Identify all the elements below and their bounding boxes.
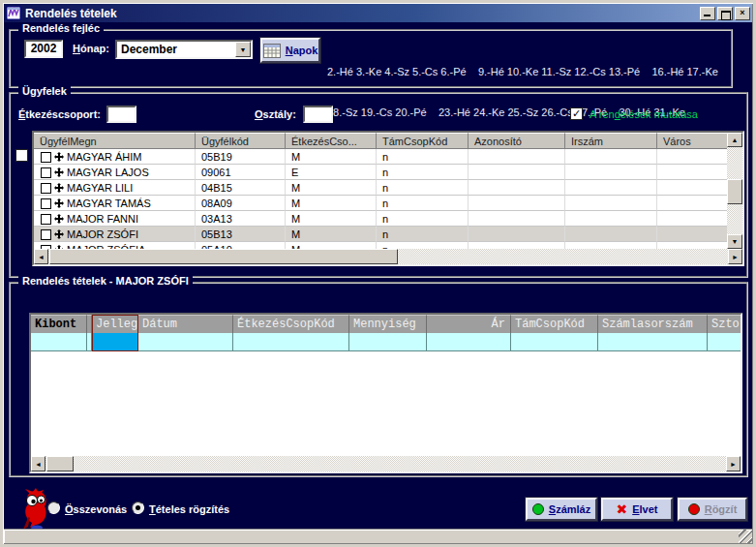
column-header[interactable]: Számlasorszám xyxy=(598,315,708,333)
cell-sup: n xyxy=(377,196,469,211)
clients-table-body: MAGYAR ÁHIM05B19MnMAGYAR LAJOS09061EnMAG… xyxy=(34,149,727,249)
select-all-checkbox[interactable] xyxy=(15,149,28,162)
cell-code: 05B19 xyxy=(196,149,286,165)
column-header[interactable]: Jelleg xyxy=(92,315,138,333)
clients-table-header: ÜgyfélMegn Ügyfélkód ÉtkezésCso... TámCs… xyxy=(34,133,742,149)
column-header[interactable]: Sztor xyxy=(708,315,742,333)
column-header[interactable]: Ár xyxy=(427,315,511,333)
row-checkbox[interactable] xyxy=(41,167,51,178)
column-header[interactable]: Azonosító xyxy=(469,133,565,149)
cell-sup: n xyxy=(377,165,469,180)
cell-empty xyxy=(469,180,565,196)
cell-empty xyxy=(657,196,727,211)
table-row[interactable]: MAGYAR ÁHIM05B19Mn xyxy=(34,149,727,165)
column-header[interactable]: Kibont xyxy=(31,315,87,333)
cell-code: 03A13 xyxy=(196,211,286,227)
row-checkbox[interactable] xyxy=(41,183,51,194)
cell-meal: M xyxy=(286,242,377,249)
group-title: Rendelés fejléc xyxy=(18,22,104,34)
client-name: MAJOR FANNI xyxy=(67,213,138,225)
year-field[interactable]: 2002 xyxy=(24,40,63,58)
minimize-button[interactable] xyxy=(700,7,715,20)
column-header[interactable]: TámCsopKód xyxy=(377,133,469,149)
row-checkbox[interactable] xyxy=(41,198,51,209)
month-dropdown[interactable]: December ▼ xyxy=(115,40,253,59)
column-header[interactable]: Ügyfélkód xyxy=(196,133,286,149)
scrollbar-thumb[interactable] xyxy=(49,249,398,264)
column-header[interactable]: TámCsopKód xyxy=(511,315,598,333)
group-title: Ügyfelek xyxy=(18,85,71,97)
column-header[interactable]: Irszám xyxy=(565,133,657,149)
red-x-icon: ✖ xyxy=(616,502,627,516)
scrollbar-thumb[interactable] xyxy=(727,179,742,204)
cell-empty xyxy=(469,211,565,227)
cell-empty xyxy=(657,242,727,249)
resize-grip[interactable] xyxy=(739,530,752,543)
green-circle-icon xyxy=(532,503,544,515)
column-header[interactable]: ÉtkezésCso... xyxy=(286,133,377,149)
cell-sup: n xyxy=(377,149,469,165)
cell-empty xyxy=(657,165,727,180)
table-row[interactable]: MAJOR ZSÓFIA05A10Mn xyxy=(34,242,727,249)
row-checkbox[interactable] xyxy=(41,214,51,225)
maximize-button[interactable] xyxy=(717,7,733,20)
cell-empty xyxy=(469,149,565,165)
column-header[interactable]: Mennyiség xyxy=(349,315,427,333)
red-circle-icon xyxy=(688,503,700,515)
clients-table: ÜgyfélMegn Ügyfélkód ÉtkezésCso... TámCs… xyxy=(32,131,744,266)
table-row[interactable]: MAGYAR LILI04B15Mn xyxy=(34,180,727,196)
cell-code: 09061 xyxy=(196,165,286,180)
column-header[interactable]: Dátum xyxy=(138,315,233,333)
scroll-up-icon[interactable]: ▲ xyxy=(727,133,742,147)
scroll-down-icon[interactable]: ▼ xyxy=(727,234,742,249)
rogzit-button[interactable]: Rögzít xyxy=(678,498,747,521)
column-header[interactable]: Város xyxy=(657,133,731,149)
client-name: MAGYAR ÁHIM xyxy=(67,151,141,163)
cell-empty xyxy=(469,196,565,211)
napok-button[interactable]: Napok xyxy=(260,38,320,63)
szamlaz-button[interactable]: Számláz xyxy=(526,498,597,521)
scrollbar-thumb[interactable] xyxy=(46,456,74,471)
meal-group-input[interactable] xyxy=(106,106,136,123)
show-orders-checkbox[interactable]: ✓ xyxy=(570,107,583,120)
cell-empty xyxy=(469,227,565,242)
scroll-left-icon[interactable]: ◄ xyxy=(34,249,48,264)
cell-sup: n xyxy=(377,211,469,227)
table-row[interactable]: MAJOR ZSÓFI05B13Mn xyxy=(34,227,727,242)
scroll-right-icon[interactable]: ► xyxy=(726,456,741,471)
chevron-down-icon[interactable]: ▼ xyxy=(235,42,251,57)
radio-osszevonas[interactable] xyxy=(47,501,60,514)
table-row[interactable]: MAGYAR TAMÁS08A09Mn xyxy=(34,196,727,211)
cell-meal: M xyxy=(286,180,377,196)
move-arrows-icon xyxy=(54,167,64,177)
column-header[interactable]: ÉtkezésCsopKód xyxy=(233,315,349,333)
horizontal-scrollbar[interactable]: ◄ ► xyxy=(31,456,741,471)
table-row[interactable]: MAGYAR LAJOS09061En xyxy=(34,165,727,180)
vertical-scrollbar[interactable]: ▲ ▼ xyxy=(727,133,742,249)
cell-meal: M xyxy=(286,149,377,165)
scroll-right-icon[interactable]: ► xyxy=(728,249,742,264)
elvet-button[interactable]: ✖ Elvet xyxy=(601,498,673,521)
cell-sup: n xyxy=(377,227,469,242)
titlebar[interactable]: Rendelés tételek × xyxy=(4,4,752,22)
row-checkbox[interactable] xyxy=(41,152,51,163)
month-label: Hónap: xyxy=(73,43,109,54)
clients-group: Ügyfelek Étkezéscsoport: Osztály: ✓ A re… xyxy=(9,92,748,278)
cell-empty xyxy=(657,180,727,196)
close-button[interactable]: × xyxy=(735,7,750,20)
radio-teteles-rogzites[interactable] xyxy=(132,501,144,514)
class-input[interactable] xyxy=(303,106,333,123)
cell-empty xyxy=(657,211,727,227)
cell-meal: M xyxy=(286,196,377,211)
move-arrows-icon xyxy=(54,229,64,239)
elvet-button-label: Elvet xyxy=(632,503,657,515)
scroll-left-icon[interactable]: ◄ xyxy=(31,456,45,471)
table-row[interactable]: MAJOR FANNI03A13Mn xyxy=(34,211,727,227)
client-name: MAGYAR TAMÁS xyxy=(67,198,151,209)
items-table-row[interactable] xyxy=(31,333,741,351)
move-arrows-icon xyxy=(54,183,64,193)
horizontal-scrollbar[interactable]: ◄ ► xyxy=(34,249,742,264)
row-checkbox[interactable] xyxy=(41,229,51,240)
column-header[interactable]: ÜgyfélMegn xyxy=(34,133,196,149)
cell-empty xyxy=(565,227,657,242)
